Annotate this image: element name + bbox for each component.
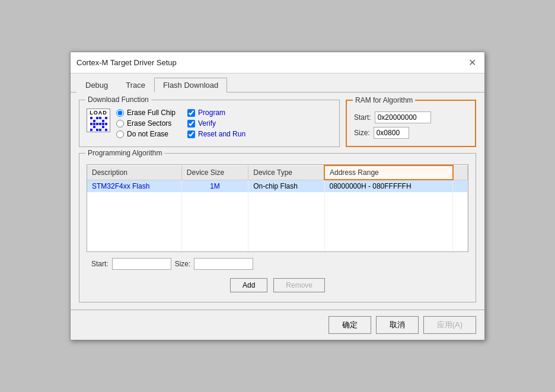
radio-do-not-erase[interactable]: Do not Erase [116, 130, 176, 138]
ram-size-input[interactable] [374, 127, 409, 139]
load-pixel-grid [90, 117, 107, 131]
check-reset-run[interactable]: Reset and Run [187, 130, 245, 138]
programming-algorithm-group: Programming Algorithm Description Device… [79, 153, 476, 302]
cell-device-size: 1M [181, 180, 248, 192]
top-row: Download Function LOAD [79, 100, 476, 147]
cell-device-type: On-chip Flash [248, 180, 324, 192]
download-function-label: Download Function [85, 95, 151, 104]
cell-description: STM32F4xx Flash [87, 180, 181, 192]
footer: 确定 取消 应用(A) [71, 310, 484, 340]
algo-start-label: Start: [91, 260, 109, 268]
ram-algorithm-group: RAM for Algorithm Start: Size: [346, 100, 476, 147]
radio-erase-sectors[interactable]: Erase Sectors [116, 119, 176, 128]
col-address-range: Address Range [324, 165, 453, 180]
ram-size-label: Size: [354, 129, 370, 137]
ram-start-row: Start: [354, 111, 468, 123]
col-device-size: Device Size [181, 165, 248, 180]
ram-algorithm-label: RAM for Algorithm [353, 96, 415, 104]
tab-bar: Debug Trace Flash Download [71, 74, 484, 93]
check-program[interactable]: Program [187, 109, 245, 117]
tab-flash-download[interactable]: Flash Download [154, 78, 227, 93]
tab-trace[interactable]: Trace [117, 78, 154, 93]
main-window: Cortex-M Target Driver Setup ✕ Debug Tra… [70, 52, 485, 340]
algo-start-input[interactable] [112, 258, 171, 270]
algo-size-label: Size: [175, 260, 191, 268]
col-extra [453, 165, 468, 180]
download-function-inner: LOAD Erase Full Chip [87, 109, 332, 138]
option-check-group: Program Verify Reset and Run [187, 109, 245, 138]
table-row-empty-1 [87, 192, 468, 204]
algo-table-container: Description Device Size Device Type Addr… [87, 164, 468, 252]
window-title: Cortex-M Target Driver Setup [76, 58, 177, 67]
algo-size-input[interactable] [194, 258, 253, 270]
apply-button[interactable]: 应用(A) [423, 316, 476, 334]
algo-bottom-fields: Start: Size: [87, 256, 468, 272]
col-device-type: Device Type [248, 165, 324, 180]
main-content: Download Function LOAD [71, 93, 484, 310]
check-verify[interactable]: Verify [187, 119, 245, 128]
title-bar: Cortex-M Target Driver Setup ✕ [71, 52, 484, 74]
radio-erase-full[interactable]: Erase Full Chip [116, 109, 176, 117]
cell-address-range: 08000000H - 080FFFFFH [324, 180, 453, 192]
erase-radio-group: Erase Full Chip Erase Sectors Do not Era… [116, 109, 176, 138]
ram-start-label: Start: [354, 113, 371, 122]
algo-table: Description Device Size Device Type Addr… [87, 165, 468, 251]
programming-algorithm-label: Programming Algorithm [85, 149, 164, 157]
table-row-empty-4 [87, 228, 468, 240]
ok-button[interactable]: 确定 [328, 316, 371, 334]
download-function-group: Download Function LOAD [79, 100, 340, 147]
col-description: Description [87, 165, 181, 180]
remove-button[interactable]: Remove [273, 278, 325, 292]
cell-extra [453, 180, 468, 192]
ram-size-row: Size: [354, 127, 468, 139]
table-row-empty-5 [87, 240, 468, 251]
table-row-empty-2 [87, 204, 468, 216]
ram-start-input[interactable] [375, 111, 431, 123]
cancel-button[interactable]: 取消 [376, 316, 419, 334]
algo-button-row: Add Remove [87, 278, 468, 295]
load-icon: LOAD [87, 109, 110, 132]
tab-debug[interactable]: Debug [76, 78, 117, 93]
table-row-empty-3 [87, 216, 468, 228]
add-button[interactable]: Add [230, 278, 267, 292]
close-button[interactable]: ✕ [466, 57, 479, 68]
table-row[interactable]: STM32F4xx Flash 1M On-chip Flash 0800000… [87, 180, 468, 192]
